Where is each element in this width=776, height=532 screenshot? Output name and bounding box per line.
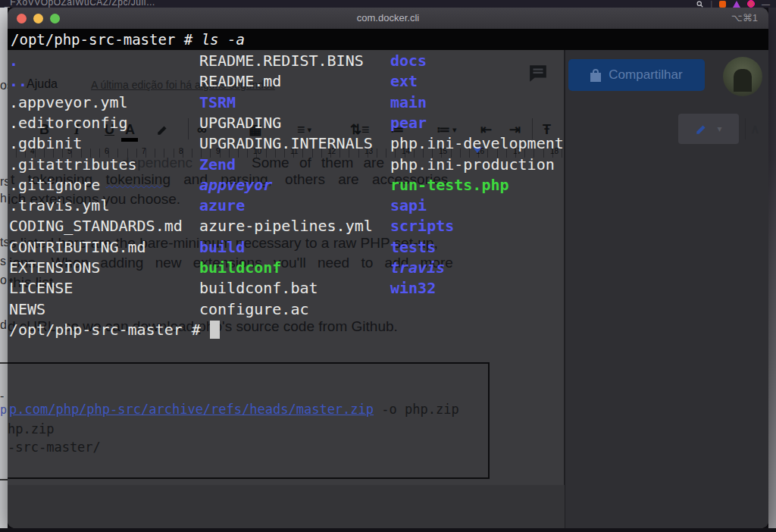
- typed-command: ls -a: [202, 31, 245, 48]
- menu-bar-status-icons: | —: [696, 0, 770, 8]
- file-entry: CODING_STANDARDS.md: [9, 217, 183, 235]
- file-entry: main: [390, 93, 427, 111]
- terminal-output: /opt/php-src-master # ....appveyor.yml.e…: [8, 50, 768, 528]
- terminal-command-line[interactable]: /opt/php-src-master # ls -a: [8, 29, 768, 50]
- terminal-window[interactable]: com.docker.cli ⌥⌘1 /opt/php-src-master #…: [8, 8, 768, 528]
- file-entry: UPGRADING: [199, 114, 281, 132]
- file-entry: .travis.yml: [9, 196, 109, 214]
- file-entry: win32: [390, 279, 436, 297]
- file-entry: README.md: [199, 72, 281, 90]
- file-entry: azure: [199, 196, 245, 214]
- status-icon-orange[interactable]: [719, 1, 726, 8]
- desktop-wallpaper-strip: [768, 0, 776, 532]
- docs-page-left-sliver: osrshtssod-p: [0, 8, 8, 528]
- terminal-titlebar[interactable]: com.docker.cli ⌥⌘1: [8, 8, 768, 29]
- status-icon-red[interactable]: [747, 0, 755, 8]
- doc-text-fragment: rs: [0, 175, 8, 189]
- doc-text-fragment: os: [0, 79, 8, 92]
- file-entry: appveyor: [199, 176, 272, 194]
- menu-bar-divider: |: [710, 0, 712, 8]
- doc-text-fragment: o: [0, 274, 7, 287]
- file-entry: azure-pipelines.yml: [199, 217, 373, 235]
- file-entry: NEWS: [9, 300, 45, 318]
- desktop-bottom-strip: [0, 528, 776, 532]
- file-entry: README.REDIST.BINS: [199, 52, 364, 70]
- file-entry: .gitattributes: [9, 155, 137, 174]
- file-entry: ..: [9, 72, 27, 90]
- menu-bar-title: _FXoVVOpOZaIWuCAZ/Zpc/Juli…: [5, 0, 155, 8]
- file-entry: php.ini-development: [390, 134, 564, 152]
- doc-text-fragment: d: [0, 318, 7, 332]
- file-entry: .gitignore: [9, 176, 100, 194]
- file-entry: LICENSE: [9, 279, 73, 297]
- doc-text-fragment: -: [0, 390, 4, 403]
- terminal-body[interactable]: Ajuda A última edição foi há alguns segu…: [8, 50, 768, 528]
- doc-text-fragment: h: [0, 192, 7, 205]
- doc-text-fragment: p: [0, 403, 7, 417]
- file-entry: TSRM: [199, 93, 236, 111]
- file-entry: php.ini-production: [390, 155, 555, 174]
- doc-text-fragment: s: [0, 255, 6, 268]
- macos-menu-bar: _FXoVVOpOZaIWuCAZ/Zpc/Juli… | —: [0, 0, 776, 8]
- file-entry: EXTENSIONS: [9, 258, 100, 277]
- terminal-tab-shortcut: ⌥⌘1: [731, 12, 758, 23]
- terminal-window-title: com.docker.cli: [8, 12, 768, 23]
- file-entry: .appveyor.yml: [9, 93, 128, 111]
- file-entry: run-tests.php: [390, 176, 509, 194]
- shell-prompt: /opt/php-src-master #: [11, 31, 202, 48]
- file-entry: configure.ac: [199, 300, 309, 318]
- file-entry: ext: [390, 72, 418, 90]
- search-icon[interactable]: [696, 1, 703, 8]
- file-entry: scripts: [390, 217, 454, 235]
- file-entry: CONTRIBUTING.md: [9, 238, 146, 256]
- file-entry: .editorconfig: [9, 114, 128, 132]
- screen: _FXoVVOpOZaIWuCAZ/Zpc/Juli… | — osrshtss…: [0, 0, 776, 532]
- file-entry: UPGRADING.INTERNALS: [199, 134, 373, 152]
- code-box-border-fragment: [0, 479, 8, 480]
- file-entry: pear: [390, 114, 427, 132]
- file-entry: .gdbinit: [9, 134, 82, 152]
- file-entry: build: [199, 238, 245, 256]
- terminal-cursor: [210, 321, 220, 339]
- file-entry: travis: [390, 258, 445, 277]
- doc-text-fragment: ts: [0, 236, 8, 249]
- terminal-prompt-line: /opt/php-src-master #: [9, 321, 220, 339]
- file-entry: .: [9, 52, 18, 70]
- file-entry: buildconf.bat: [199, 279, 318, 297]
- file-entry: Zend: [199, 155, 236, 174]
- file-entry: docs: [390, 52, 427, 70]
- minimize-glyph: —: [762, 0, 770, 8]
- file-entry: tests: [390, 238, 436, 256]
- file-entry: buildconf: [199, 258, 281, 277]
- status-icon-purple[interactable]: [733, 1, 740, 8]
- code-box-border-fragment: [0, 362, 8, 364]
- file-entry: sapi: [390, 196, 427, 214]
